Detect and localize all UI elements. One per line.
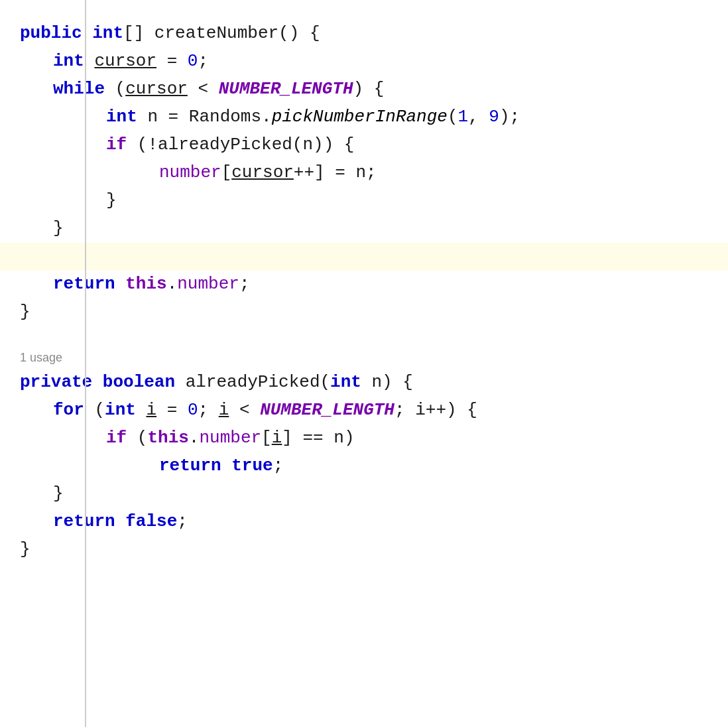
line-close-while: } [0,215,728,243]
line-if-number-i: if (this.number[i] == n) [0,425,728,452]
line-signature-2: private boolean alreadyPicked(int n) { [0,369,728,397]
line-close-method1: } [0,298,728,326]
separator [0,326,728,345]
line-int-cursor: int cursor = 0; [0,48,728,76]
line-return-number: return this.number; [0,271,728,298]
line-close-if: } [0,187,728,215]
line-blank-highlighted [0,243,728,271]
line-close-for: } [0,480,728,508]
usage-hint: 1 usage [0,345,728,369]
line-for: for (int i = 0; i < NUMBER_LENGTH; i++) … [0,397,728,425]
line-signature-1: public int[] createNumber() { [0,20,728,48]
line-return-false: return false; [0,508,728,536]
line-number-cursor: number[cursor++] = n; [0,159,728,187]
code-editor: public int[] createNumber() { int cursor… [0,13,728,570]
line-int-n: int n = Randoms.pickNumberInRange(1, 9); [0,103,728,131]
line-close-method2: } [0,536,728,564]
line-return-true: return true; [0,452,728,480]
line-if: if (!alreadyPicked(n)) { [0,131,728,159]
keyword-public: public int[] createNumber() { [20,20,320,46]
line-while: while (cursor < NUMBER_LENGTH) { [0,76,728,103]
